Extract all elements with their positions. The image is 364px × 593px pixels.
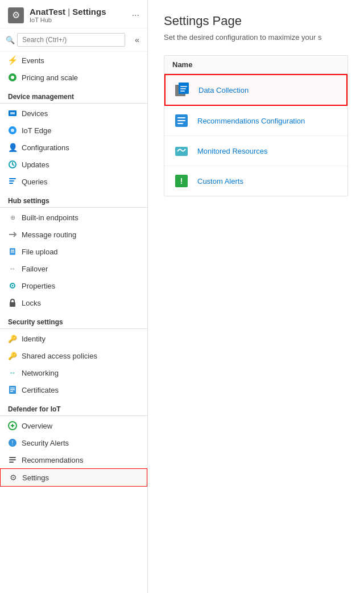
collapse-button[interactable]: « — [133, 34, 142, 46]
section-device-management: Device management — [0, 86, 147, 104]
sidebar-item-label: Recommendations — [22, 456, 83, 464]
title-block: AnatTest | Settings IoT Hub — [30, 7, 106, 23]
identity-icon: 🔑 — [8, 334, 17, 343]
sidebar-item-settings[interactable]: ⚙ Settings — [0, 468, 147, 487]
networking-icon: ↔ — [8, 368, 17, 377]
sidebar-item-networking[interactable]: ↔ Networking — [0, 364, 147, 381]
settings-gear-icon: ⚙ — [9, 473, 18, 482]
sidebar-item-iot-edge[interactable]: IoT Edge — [0, 122, 147, 139]
sidebar-item-label: Locks — [22, 299, 41, 307]
svg-rect-8 — [9, 180, 14, 182]
file-upload-icon — [8, 247, 17, 256]
svg-rect-19 — [10, 389, 15, 390]
settings-table: Name Data Collection — [164, 55, 348, 196]
more-button[interactable]: ··· — [132, 10, 139, 20]
sidebar-item-label: Security Alerts — [22, 439, 69, 447]
sidebar-item-label: Networking — [22, 369, 59, 377]
svg-rect-33 — [180, 90, 185, 92]
sidebar-item-security-alerts[interactable]: ! Security Alerts — [0, 434, 147, 451]
data-collection-icon — [173, 81, 192, 99]
sidebar-item-label: Properties — [22, 282, 55, 290]
sidebar-item-label: Overview — [22, 422, 52, 430]
sidebar-item-label: Shared access policies — [22, 352, 97, 360]
custom-alerts-icon: ! — [172, 172, 191, 190]
main-content: Settings Page Set the desired configurat… — [148, 0, 364, 593]
configurations-icon: 👤 — [8, 143, 17, 152]
sidebar-item-label: Updates — [22, 160, 49, 169]
properties-icon — [8, 281, 17, 290]
devices-icon — [8, 109, 17, 118]
sidebar-item-properties[interactable]: Properties — [0, 277, 147, 294]
sidebar-item-built-in-endpoints[interactable]: ⊕ Built-in endpoints — [0, 209, 147, 226]
sidebar-item-failover[interactable]: ↔ Failover — [0, 260, 147, 277]
sidebar-item-pricing[interactable]: Pricing and scale — [0, 69, 147, 86]
sidebar: ⚙ AnatTest | Settings IoT Hub ··· 🔍 « ⚡ … — [0, 0, 148, 593]
sidebar-item-devices[interactable]: Devices — [0, 105, 147, 122]
queries-icon — [8, 177, 17, 186]
sidebar-item-label: Identity — [22, 335, 46, 343]
sidebar-item-label: File upload — [22, 248, 58, 256]
iot-edge-icon — [8, 126, 17, 135]
row-name-data-collection: Data Collection — [198, 86, 249, 94]
sidebar-item-identity[interactable]: 🔑 Identity — [0, 330, 147, 347]
sidebar-header: ⚙ AnatTest | Settings IoT Hub ··· — [0, 0, 147, 28]
svg-rect-9 — [9, 183, 13, 184]
app-name: AnatTest | Settings — [30, 7, 106, 17]
sidebar-item-events[interactable]: ⚡ Events — [0, 52, 147, 69]
sidebar-item-locks[interactable]: Locks — [0, 294, 147, 311]
sidebar-item-label: Events — [22, 56, 44, 65]
svg-rect-12 — [11, 250, 14, 251]
overview-icon — [8, 421, 17, 430]
table-row[interactable]: Data Collection — [164, 74, 348, 106]
svg-point-5 — [11, 129, 14, 132]
svg-rect-37 — [177, 123, 183, 124]
search-bar: 🔍 « — [0, 28, 147, 52]
lightning-icon: ⚡ — [8, 56, 17, 65]
security-alerts-icon: ! — [8, 438, 17, 447]
sidebar-item-label: Built-in endpoints — [22, 213, 78, 222]
failover-icon: ↔ — [8, 264, 17, 273]
table-row[interactable]: Monitored Resources — [164, 136, 348, 166]
svg-point-1 — [11, 76, 14, 79]
sidebar-item-message-routing[interactable]: Message routing — [0, 226, 147, 243]
sidebar-item-file-upload[interactable]: File upload — [0, 243, 147, 260]
recommendations-icon — [8, 455, 17, 464]
recommendations-config-icon — [172, 112, 191, 130]
sidebar-item-label: Settings — [22, 473, 49, 482]
routing-icon — [8, 230, 17, 239]
row-name-custom-alerts: Custom Alerts — [197, 177, 243, 186]
endpoints-icon: ⊕ — [8, 213, 17, 222]
sidebar-item-label: Message routing — [22, 230, 76, 239]
sidebar-nav: ⚡ Events Pricing and scale Device manage… — [0, 52, 147, 593]
sidebar-item-configurations[interactable]: 👤 Configurations — [0, 139, 147, 156]
svg-rect-16 — [10, 302, 15, 307]
svg-rect-3 — [10, 112, 15, 114]
sidebar-item-queries[interactable]: Queries — [0, 173, 147, 190]
sidebar-item-label: Failover — [22, 265, 48, 273]
svg-rect-18 — [10, 388, 15, 389]
svg-text:!: ! — [180, 176, 183, 186]
search-input[interactable] — [17, 33, 125, 47]
sidebar-item-certificates[interactable]: Certificates — [0, 381, 147, 398]
app-subtitle: IoT Hub — [30, 17, 106, 23]
svg-text:!: ! — [12, 440, 14, 446]
search-icon: 🔍 — [6, 36, 15, 44]
svg-rect-35 — [177, 117, 185, 118]
row-name-monitored-resources: Monitored Resources — [197, 147, 268, 155]
updates-icon — [8, 160, 17, 169]
page-description: Set the desired configuration to maximiz… — [164, 33, 348, 42]
svg-rect-26 — [9, 457, 16, 458]
svg-rect-20 — [10, 391, 13, 392]
sidebar-item-updates[interactable]: Updates — [0, 156, 147, 173]
table-row[interactable]: ! Custom Alerts — [164, 166, 348, 196]
svg-rect-28 — [9, 462, 14, 463]
sidebar-item-recommendations[interactable]: Recommendations — [0, 451, 147, 468]
sidebar-item-overview[interactable]: Overview — [0, 417, 147, 434]
locks-icon — [8, 298, 17, 307]
svg-rect-31 — [180, 86, 187, 87]
svg-rect-38 — [175, 147, 188, 156]
table-row[interactable]: Recommendations Configuration — [164, 106, 348, 136]
sidebar-item-shared-access-policies[interactable]: 🔑 Shared access policies — [0, 347, 147, 364]
svg-rect-36 — [177, 120, 185, 121]
sidebar-item-label: IoT Edge — [22, 126, 52, 135]
